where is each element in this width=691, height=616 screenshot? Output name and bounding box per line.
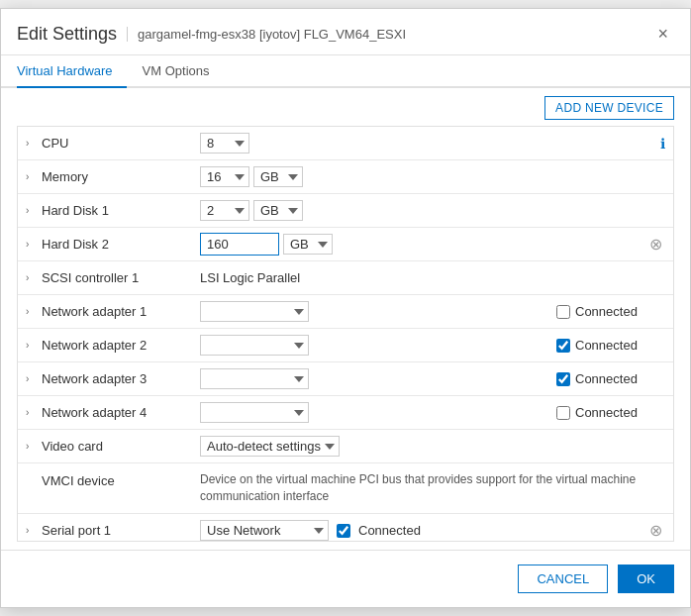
memory-unit-select[interactable]: GB [253, 166, 303, 187]
expand-icon[interactable]: › [26, 441, 42, 452]
hw-value-net-1 [200, 301, 556, 322]
cancel-button[interactable]: CANCEL [518, 565, 608, 593]
hw-label-net-adapter-3: Network adapter 3 [42, 371, 200, 386]
net-adapter-3-connected: Connected [556, 371, 665, 386]
hw-value-cpu: 8 [200, 133, 660, 154]
serial-port-1-select[interactable]: Use Network [200, 520, 329, 541]
net-adapter-2-label: Connected [575, 338, 638, 353]
scsi-value-text: LSI Logic Parallel [200, 270, 300, 285]
table-row: › CPU 8 ℹ [18, 127, 673, 160]
table-row: › Network adapter 1 Connected [18, 295, 673, 329]
expand-icon[interactable]: › [26, 525, 42, 536]
net-adapter-1-select[interactable] [200, 301, 309, 322]
net-adapter-3-checkbox[interactable] [556, 372, 570, 386]
hw-label-net-adapter-2: Network adapter 2 [42, 338, 200, 353]
hw-label-hard-disk-1: Hard Disk 1 [42, 203, 200, 218]
toolbar: ADD NEW DEVICE [1, 88, 690, 126]
net-adapter-4-connected: Connected [556, 405, 665, 420]
table-row: › Network adapter 4 Connected [18, 396, 673, 430]
hard-disk-1-unit-select[interactable]: GB [253, 200, 303, 221]
net-adapter-3-select[interactable] [200, 368, 309, 389]
hw-value-scsi: LSI Logic Parallel [200, 270, 665, 285]
table-row: › Hard Disk 2 GB ⊗ [18, 228, 673, 261]
expand-icon[interactable]: › [26, 373, 42, 384]
serial-port-1-connected-label: Connected [358, 523, 421, 538]
table-row: › Video card Auto-detect settings [18, 430, 673, 463]
serial-port-1-checkbox[interactable] [337, 524, 350, 538]
expand-icon[interactable]: › [26, 272, 42, 283]
hw-label-cpu: CPU [42, 136, 200, 151]
expand-icon[interactable]: › [26, 205, 42, 216]
expand-icon[interactable]: › [26, 171, 42, 182]
hw-label-memory: Memory [42, 169, 200, 184]
table-row: › Network adapter 3 Connected [18, 362, 673, 396]
expand-icon[interactable]: › [26, 138, 42, 149]
net-adapter-2-connected: Connected [556, 338, 665, 353]
table-row: › Hard Disk 1 2 GB [18, 194, 673, 228]
hard-disk-2-value-input[interactable] [200, 233, 279, 256]
vmci-description: Device on the virtual machine PCI bus th… [200, 471, 665, 505]
dialog-title: Edit Settings [17, 24, 117, 45]
hw-label-video-card: Video card [42, 439, 200, 454]
expand-icon[interactable]: › [26, 306, 42, 317]
hw-value-video-card: Auto-detect settings [200, 436, 665, 457]
hw-value-memory: 16 GB [200, 166, 665, 187]
remove-hard-disk-2-icon[interactable]: ⊗ [645, 235, 665, 255]
hw-value-net-4 [200, 402, 556, 423]
hw-label-net-adapter-1: Network adapter 1 [42, 304, 200, 319]
info-icon[interactable]: ℹ [660, 136, 665, 152]
dialog-header: Edit Settings gargamel-fmg-esx38 [iyotov… [1, 9, 690, 55]
remove-serial-port-1-icon[interactable]: ⊗ [645, 521, 665, 541]
hw-label-net-adapter-4: Network adapter 4 [42, 405, 200, 420]
hard-disk-1-value-select[interactable]: 2 [200, 200, 249, 221]
expand-icon[interactable]: › [26, 407, 42, 418]
title-row: Edit Settings gargamel-fmg-esx38 [iyotov… [17, 24, 406, 45]
net-adapter-4-checkbox[interactable] [556, 406, 570, 420]
net-adapter-1-checkbox[interactable] [556, 305, 570, 319]
net-adapter-2-checkbox[interactable] [556, 339, 570, 353]
ok-button[interactable]: OK [618, 565, 674, 593]
hw-value-net-3 [200, 368, 556, 389]
table-row: › Memory 16 GB [18, 160, 673, 194]
tab-bar: Virtual Hardware VM Options [1, 55, 690, 88]
table-row: › Serial port 1 Use Network Connected ⊗ [18, 514, 673, 542]
video-card-select[interactable]: Auto-detect settings [200, 436, 340, 457]
hardware-table[interactable]: › CPU 8 ℹ › Memory 16 GB › [17, 126, 674, 542]
hw-label-hard-disk-2: Hard Disk 2 [42, 237, 200, 252]
edit-settings-dialog: Edit Settings gargamel-fmg-esx38 [iyotov… [0, 8, 691, 608]
memory-value-select[interactable]: 16 [200, 166, 249, 187]
table-row: VMCI device Device on the virtual machin… [18, 463, 673, 514]
hw-value-net-2 [200, 335, 556, 356]
add-new-device-button[interactable]: ADD NEW DEVICE [544, 96, 674, 120]
dialog-footer: CANCEL OK [1, 550, 690, 607]
hw-value-vmci: Device on the virtual machine PCI bus th… [200, 471, 665, 505]
close-button[interactable]: × [651, 23, 674, 45]
hw-value-serial-1: Use Network Connected [200, 520, 645, 541]
net-adapter-4-select[interactable] [200, 402, 309, 423]
hw-value-hard-disk-2: GB [200, 233, 645, 256]
hard-disk-2-unit-select[interactable]: GB [283, 234, 333, 255]
expand-icon[interactable]: › [26, 340, 42, 351]
net-adapter-1-label: Connected [575, 304, 638, 319]
table-row: › SCSI controller 1 LSI Logic Parallel [18, 261, 673, 295]
net-adapter-4-label: Connected [575, 405, 638, 420]
table-row: › Network adapter 2 Connected [18, 329, 673, 362]
hw-label-scsi-controller: SCSI controller 1 [42, 270, 200, 285]
net-adapter-3-label: Connected [575, 371, 638, 386]
hw-label-vmci: VMCI device [42, 473, 200, 488]
tab-vm-options[interactable]: VM Options [143, 55, 224, 88]
net-adapter-1-connected: Connected [556, 304, 665, 319]
hw-label-serial-port-1: Serial port 1 [42, 523, 200, 538]
expand-icon[interactable]: › [26, 239, 42, 250]
tab-virtual-hardware[interactable]: Virtual Hardware [17, 55, 127, 88]
dialog-subtitle: gargamel-fmg-esx38 [iyotov] FLG_VM64_ESX… [127, 27, 406, 42]
cpu-value-select[interactable]: 8 [200, 133, 249, 154]
hw-value-hard-disk-1: 2 GB [200, 200, 665, 221]
net-adapter-2-select[interactable] [200, 335, 309, 356]
